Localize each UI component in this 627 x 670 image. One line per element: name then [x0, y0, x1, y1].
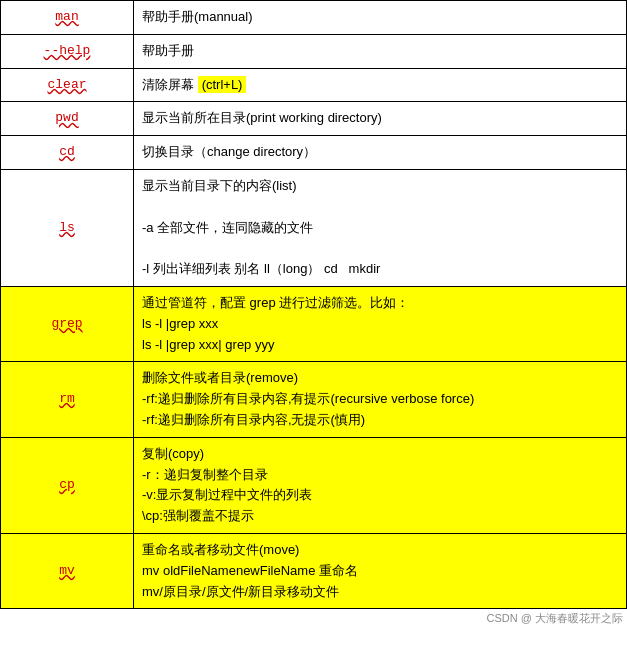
cmd-cell: cp — [1, 437, 134, 533]
desc-cell: 清除屏幕 (ctrl+L) — [134, 68, 627, 102]
cmd-cell: clear — [1, 68, 134, 102]
desc-cell: 复制(copy) -r：递归复制整个目录 -v:显示复制过程中文件的列表 \cp… — [134, 437, 627, 533]
desc-line: -r：递归复制整个目录 — [142, 465, 618, 486]
desc-cell: 帮助手册(mannual) — [134, 1, 627, 35]
desc-line: 显示当前目录下的内容(list) — [142, 176, 618, 197]
desc-line: mv oldFileNamenewFileName 重命名 — [142, 561, 618, 582]
cmd-label: man — [55, 9, 78, 24]
watermark-text: CSDN @ 大海春暖花开之际 — [0, 609, 627, 628]
desc-cell: 重命名或者移动文件(move) mv oldFileNamenewFileNam… — [134, 533, 627, 608]
desc-line: 复制(copy) — [142, 444, 618, 465]
cmd-cell: mv — [1, 533, 134, 608]
cmd-label: cp — [59, 477, 75, 492]
desc-spacer — [142, 197, 618, 218]
cmd-label: pwd — [55, 110, 78, 125]
desc-line: mv/原目录/原文件/新目录移动文件 — [142, 582, 618, 603]
table-row: cd 切换目录（change directory） — [1, 136, 627, 170]
desc-cell: 帮助手册 — [134, 34, 627, 68]
desc-line: ls -l |grep xxx — [142, 314, 618, 335]
desc-line: -v:显示复制过程中文件的列表 — [142, 485, 618, 506]
highlight-badge: (ctrl+L) — [198, 76, 247, 93]
cmd-cell: pwd — [1, 102, 134, 136]
desc-cell: 显示当前所在目录(print working directory) — [134, 102, 627, 136]
table-row: grep 通过管道符，配置 grep 进行过滤筛选。比如： ls -l |gre… — [1, 286, 627, 361]
cmd-cell: cd — [1, 136, 134, 170]
desc-line: -rf:递归删除所有目录内容,有提示(recursive verbose for… — [142, 389, 618, 410]
desc-cell: 显示当前目录下的内容(list) -a 全部文件，连同隐藏的文件 -l 列出详细… — [134, 169, 627, 286]
table-row: cp 复制(copy) -r：递归复制整个目录 -v:显示复制过程中文件的列表 … — [1, 437, 627, 533]
desc-cell: 通过管道符，配置 grep 进行过滤筛选。比如： ls -l |grep xxx… — [134, 286, 627, 361]
desc-line: \cp:强制覆盖不提示 — [142, 506, 618, 527]
cmd-label: clear — [47, 77, 86, 92]
desc-line: -rf:递归删除所有目录内容,无提示(慎用) — [142, 410, 618, 431]
desc-text: 帮助手册(mannual) — [142, 9, 253, 24]
watermark-label: CSDN @ 大海春暖花开之际 — [487, 612, 623, 624]
table-row: --help 帮助手册 — [1, 34, 627, 68]
desc-text: 帮助手册 — [142, 43, 194, 58]
desc-line: 重命名或者移动文件(move) — [142, 540, 618, 561]
table-row: pwd 显示当前所在目录(print working directory) — [1, 102, 627, 136]
cmd-cell: ls — [1, 169, 134, 286]
table-row: ls 显示当前目录下的内容(list) -a 全部文件，连同隐藏的文件 -l 列… — [1, 169, 627, 286]
cmd-cell: man — [1, 1, 134, 35]
desc-text: 切换目录（change directory） — [142, 144, 316, 159]
table-row: clear 清除屏幕 (ctrl+L) — [1, 68, 627, 102]
table-row: rm 删除文件或者目录(remove) -rf:递归删除所有目录内容,有提示(r… — [1, 362, 627, 437]
desc-line: -a 全部文件，连同隐藏的文件 — [142, 218, 618, 239]
cmd-cell: grep — [1, 286, 134, 361]
cmd-label: rm — [59, 391, 75, 406]
desc-cell: 切换目录（change directory） — [134, 136, 627, 170]
cmd-label: --help — [44, 43, 91, 58]
desc-text: 显示当前所在目录(print working directory) — [142, 110, 382, 125]
table-row: mv 重命名或者移动文件(move) mv oldFileNamenewFile… — [1, 533, 627, 608]
desc-line: -l 列出详细列表 别名 ll（long） cd mkdir — [142, 259, 618, 280]
cmd-cell: --help — [1, 34, 134, 68]
cmd-label: ls — [59, 220, 75, 235]
desc-spacer — [142, 238, 618, 259]
cmd-cell: rm — [1, 362, 134, 437]
cmd-label: mv — [59, 563, 75, 578]
table-row: man 帮助手册(mannual) — [1, 1, 627, 35]
desc-line: ls -l |grep xxx| grep yyy — [142, 335, 618, 356]
cmd-label: grep — [51, 316, 82, 331]
desc-cell: 删除文件或者目录(remove) -rf:递归删除所有目录内容,有提示(recu… — [134, 362, 627, 437]
desc-line: 删除文件或者目录(remove) — [142, 368, 618, 389]
cmd-label: cd — [59, 144, 75, 159]
desc-line: 通过管道符，配置 grep 进行过滤筛选。比如： — [142, 293, 618, 314]
desc-text-before: 清除屏幕 — [142, 77, 194, 92]
